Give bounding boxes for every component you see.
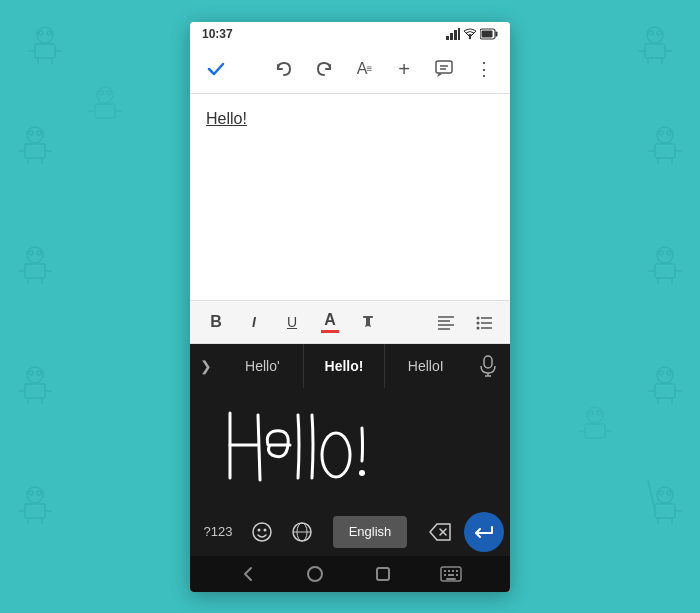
wifi-icon: [463, 28, 477, 40]
svg-point-80: [97, 87, 113, 103]
recents-nav-button[interactable]: [373, 564, 393, 584]
keyboard-bottom-bar: ?123 English: [190, 508, 510, 556]
redo-button[interactable]: [306, 51, 342, 87]
signal-icon: [446, 28, 460, 40]
document-area[interactable]: Hello!: [190, 94, 510, 300]
svg-point-78: [659, 491, 663, 495]
svg-point-121: [264, 528, 267, 531]
suggestion-1[interactable]: Hello': [222, 344, 304, 388]
svg-point-31: [667, 131, 671, 135]
bold-button[interactable]: B: [198, 304, 234, 340]
svg-point-56: [657, 367, 673, 383]
format-toolbar: B I U A: [190, 300, 510, 344]
svg-point-24: [657, 127, 673, 143]
svg-point-47: [667, 251, 671, 255]
bg-robot-icon: [640, 360, 690, 414]
svg-point-30: [659, 131, 663, 135]
svg-point-54: [29, 371, 33, 375]
highlight-button[interactable]: [350, 304, 386, 340]
svg-rect-65: [25, 504, 45, 518]
undo-button[interactable]: [266, 51, 302, 87]
handwriting-canvas: [210, 393, 490, 503]
svg-point-32: [27, 247, 43, 263]
svg-rect-94: [454, 30, 457, 40]
navigation-bar: [190, 556, 510, 592]
svg-point-118: [359, 470, 365, 476]
svg-point-110: [477, 326, 480, 329]
status-time: 10:37: [202, 27, 233, 41]
check-button[interactable]: [198, 51, 234, 87]
svg-rect-93: [450, 33, 453, 40]
svg-point-40: [657, 247, 673, 263]
svg-point-6: [39, 31, 43, 35]
bg-robot-icon: [10, 480, 60, 534]
globe-button[interactable]: [284, 514, 320, 550]
bg-robot-icon: [630, 20, 680, 74]
status-icons: [446, 28, 498, 40]
svg-point-8: [647, 27, 663, 43]
svg-rect-81: [95, 104, 115, 118]
emoji-button[interactable]: [244, 514, 280, 550]
bg-robot-icon: [570, 400, 620, 454]
svg-rect-136: [456, 574, 458, 576]
bg-robot-icon: [640, 240, 690, 294]
keyboard-nav-button[interactable]: [440, 566, 462, 582]
svg-point-90: [589, 411, 593, 415]
bg-robot-icon: [640, 480, 690, 534]
text-format-button[interactable]: A≡: [346, 51, 382, 87]
svg-rect-95: [458, 28, 460, 40]
english-language-button[interactable]: English: [333, 516, 408, 548]
svg-point-0: [37, 27, 53, 43]
svg-point-14: [649, 31, 653, 35]
svg-point-91: [597, 411, 601, 415]
svg-point-15: [657, 31, 661, 35]
svg-rect-1: [35, 44, 55, 58]
document-text: Hello!: [206, 110, 247, 127]
svg-rect-127: [308, 567, 322, 581]
bg-robot-icon: [80, 80, 130, 134]
bg-robot-icon: [640, 120, 690, 174]
svg-point-70: [29, 491, 33, 495]
svg-rect-87: [585, 424, 605, 438]
svg-rect-49: [25, 384, 45, 398]
more-button[interactable]: ⋮: [466, 51, 502, 87]
list-button[interactable]: [466, 304, 502, 340]
svg-point-120: [258, 528, 261, 531]
bg-robot-icon: [10, 120, 60, 174]
suggestions-bar: ❯ Hello' Hello! HelloI: [190, 344, 510, 388]
suggestion-3[interactable]: HelloI: [385, 344, 466, 388]
svg-point-72: [657, 487, 673, 503]
svg-point-48: [27, 367, 43, 383]
comment-button[interactable]: [426, 51, 462, 87]
italic-button[interactable]: I: [236, 304, 272, 340]
svg-rect-131: [448, 570, 450, 572]
svg-rect-99: [482, 30, 493, 37]
home-nav-button[interactable]: [305, 564, 325, 584]
bg-robot-icon: [10, 360, 60, 414]
svg-rect-9: [645, 44, 665, 58]
backspace-button[interactable]: [420, 514, 460, 550]
svg-rect-41: [655, 264, 675, 278]
bg-robot-icon: [20, 20, 70, 74]
underline-button[interactable]: U: [274, 304, 310, 340]
svg-point-46: [659, 251, 663, 255]
suggestions-arrow[interactable]: ❯: [190, 344, 222, 388]
svg-point-63: [667, 371, 671, 375]
svg-point-55: [37, 371, 41, 375]
svg-point-22: [29, 131, 33, 135]
align-button[interactable]: [428, 304, 464, 340]
suggestion-2[interactable]: Hello!: [304, 344, 386, 388]
svg-rect-130: [444, 570, 446, 572]
handwriting-area[interactable]: [190, 388, 510, 508]
svg-rect-133: [456, 570, 458, 572]
enter-button[interactable]: [464, 512, 504, 552]
svg-rect-98: [496, 31, 498, 36]
phone-frame: 10:37: [190, 22, 510, 592]
add-button[interactable]: +: [386, 51, 422, 87]
back-nav-button[interactable]: [238, 564, 258, 584]
font-color-button[interactable]: A: [312, 304, 348, 340]
svg-point-86: [587, 407, 603, 423]
microphone-button[interactable]: [466, 344, 510, 388]
num-key-button[interactable]: ?123: [196, 514, 240, 550]
svg-rect-135: [448, 574, 454, 576]
